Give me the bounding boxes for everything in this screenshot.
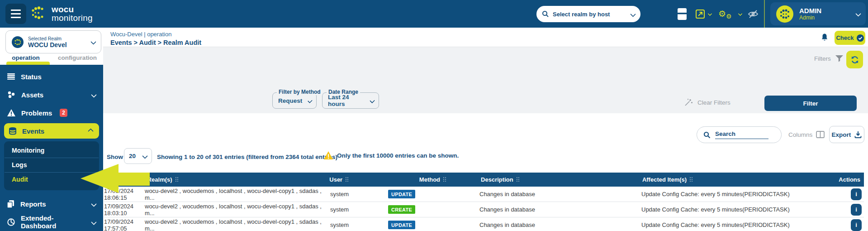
realm-search-placeholder: Select realm by host: [553, 11, 627, 18]
selected-realm-label: Selected Realm: [28, 36, 67, 41]
cell-actions: i: [841, 188, 864, 200]
cell-date: 17/09/2024 18:03:10: [104, 203, 145, 217]
table-search-input[interactable]: Search: [697, 126, 782, 143]
settings-chevron[interactable]: [739, 0, 742, 28]
method-filter-label: Filter by Method: [277, 89, 323, 95]
warning-text: Only the first 10000 entries can be show…: [337, 152, 459, 159]
method-badge: CREATE: [388, 205, 415, 214]
topbar-divider: [764, 0, 765, 28]
cell-actions: i: [841, 204, 864, 216]
problems-count-badge: 2: [60, 109, 67, 117]
wocu-monitoring-app: wocu monitoring Select realm by host: [0, 0, 868, 231]
export-button[interactable]: Export: [829, 126, 864, 143]
realm-host-search[interactable]: Select realm by host: [536, 6, 640, 22]
sidebar-item-label: Extended-Dashboard: [21, 214, 86, 230]
sidebar-item-label: Problems: [21, 109, 52, 117]
selected-realm-dropdown[interactable]: Selected Realm WOCU Devel: [5, 30, 101, 53]
header-user[interactable]: User: [329, 176, 387, 183]
eye-slash-icon[interactable]: [747, 0, 759, 28]
cell-user: system: [330, 206, 388, 213]
method-badge: UPDATE: [388, 190, 415, 198]
header-affected-items[interactable]: Affected Item(s): [640, 176, 839, 183]
dashboard-pie-icon: [7, 218, 15, 226]
date-range-label: Date Range: [327, 89, 360, 95]
filter-apply-button[interactable]: Filter: [764, 96, 857, 111]
docs-book-icon[interactable]: [677, 0, 688, 28]
realm-icon: [11, 36, 24, 48]
clear-filters-label: Clear Filters: [697, 99, 730, 106]
sidebar-item-label: Events: [22, 127, 44, 135]
cell-affected: Update Config Cache: every 5 minutes(PER…: [641, 221, 841, 228]
sidebar-top-panel: Selected Realm WOCU Devel operation conf…: [0, 28, 103, 65]
chevron-down-icon: [370, 98, 375, 103]
selected-realm-value: WOCU Devel: [28, 41, 67, 48]
cell-affected: Update Config Cache: every 5 minutes(PER…: [641, 191, 841, 197]
method-filter-value: Request: [278, 97, 302, 104]
clear-filters-button[interactable]: Clear Filters: [684, 98, 730, 107]
header-method[interactable]: Method: [387, 176, 478, 183]
user-name: ADMIN: [799, 7, 821, 14]
header-realms[interactable]: Realm(s): [145, 176, 330, 183]
table-row: 17/09/2024 17:57:05 wocu-devel2 , wocude…: [104, 217, 864, 231]
tab-configuration[interactable]: configuration: [52, 54, 103, 65]
info-button[interactable]: i: [851, 188, 862, 200]
check-button[interactable]: Check: [835, 31, 865, 45]
external-link-chevron[interactable]: [708, 0, 711, 28]
breadcrumb-context: Wocu-Devel | operation: [110, 31, 171, 38]
refresh-button[interactable]: [846, 51, 863, 68]
submenu-item-audit[interactable]: Audit: [5, 173, 99, 187]
export-label: Export: [832, 131, 851, 138]
show-label: Show: [107, 154, 123, 160]
method-badge: UPDATE: [388, 221, 415, 229]
sidebar-nav: Status Assets Problems: [0, 65, 103, 231]
audit-table: Realm(s) User Method Description Affecte…: [104, 173, 864, 231]
showing-entries-text: Showing 1 to 20 of 301 entries (filtered…: [157, 154, 337, 160]
breadcrumb: Events > Audit > Realm Audit: [110, 39, 201, 46]
magic-wand-icon: [684, 98, 693, 107]
table-row: 17/09/2024 18:03:10 wocu-devel2 , wocude…: [104, 202, 864, 217]
assets-cluster-icon: [7, 91, 15, 98]
cell-realms: wocu-devel2 , wocudemos , localhost , wo…: [145, 218, 330, 231]
sidebar-item-reports[interactable]: Reports: [0, 195, 103, 213]
cell-description: Changes in database: [479, 191, 641, 197]
cell-method: CREATE: [388, 205, 479, 214]
top-navbar: wocu monitoring Select realm by host: [0, 0, 868, 28]
submenu-item-monitoring[interactable]: Monitoring: [5, 144, 99, 158]
cell-date: 17/09/2024 17:57:05: [104, 218, 145, 231]
sort-icon: [517, 177, 519, 182]
sidebar-item-status[interactable]: Status: [0, 67, 103, 86]
logo-word-2: monitoring: [52, 14, 93, 22]
cell-realms: wocu-devel2 , wocudemos , localhost , wo…: [145, 203, 330, 217]
settings-gears-icon[interactable]: ⚙⚙: [718, 0, 732, 28]
sidebar-item-events[interactable]: Events: [4, 123, 99, 139]
cell-realms: wocu-devel2 , wocudemos , localhost , wo…: [145, 188, 330, 201]
sidebar-item-extended-dashboard[interactable]: Extended-Dashboard: [0, 213, 103, 231]
cell-description: Changes in database: [479, 221, 641, 228]
search-placeholder: Search: [715, 130, 768, 139]
page-size-select[interactable]: 20: [124, 148, 152, 164]
menu-toggle-button[interactable]: [5, 4, 26, 24]
cell-method: UPDATE: [388, 221, 479, 229]
realm-chevron-icon: [90, 39, 96, 45]
chevron-up-icon: [88, 128, 94, 134]
sidebar-item-assets[interactable]: Assets: [0, 86, 103, 104]
sort-icon: [346, 177, 348, 182]
search-icon: [703, 131, 711, 139]
funnel-filter-icon[interactable]: [835, 55, 843, 62]
date-range-value: Last 24 hours: [328, 94, 364, 107]
notifications-bell-icon[interactable]: [820, 33, 829, 43]
external-link-icon[interactable]: [695, 0, 705, 28]
submenu-item-logs[interactable]: Logs: [5, 158, 99, 173]
warning-triangle-icon: [324, 151, 333, 159]
chevron-down-icon: [91, 201, 97, 207]
columns-button[interactable]: Columns: [788, 131, 825, 138]
check-button-label: Check: [836, 34, 854, 41]
wocu-logo-mark-icon: [30, 5, 48, 23]
info-button[interactable]: i: [851, 219, 862, 231]
sidebar-item-problems[interactable]: Problems 2: [0, 104, 103, 122]
filter-panel: [103, 47, 868, 113]
info-button[interactable]: i: [851, 204, 862, 216]
filters-label[interactable]: Filters: [814, 55, 831, 62]
header-description[interactable]: Description: [478, 176, 640, 183]
user-menu[interactable]: ADMIN Admin: [770, 2, 866, 25]
